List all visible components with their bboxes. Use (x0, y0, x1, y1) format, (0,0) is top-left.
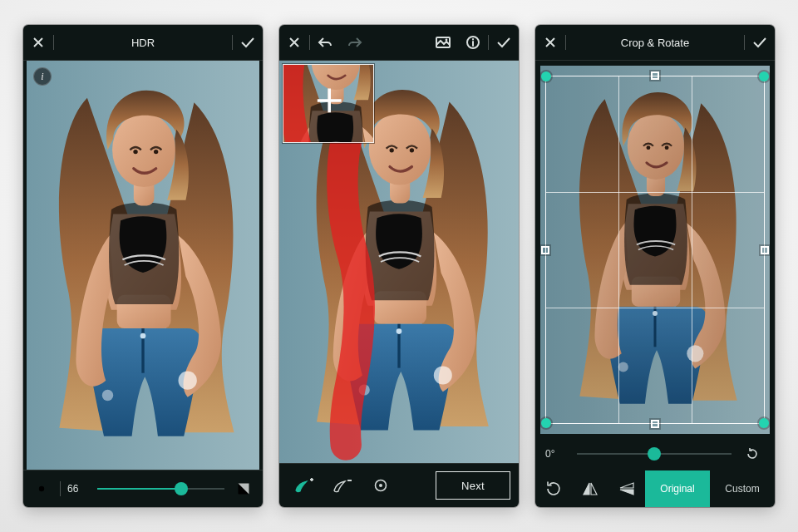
reset-angle-button[interactable] (740, 441, 765, 466)
crop-handle-br[interactable] (759, 418, 769, 428)
crop-handle-tl[interactable] (541, 71, 551, 81)
brightness-value: 66 (67, 483, 91, 495)
tool-row: Next (279, 464, 519, 507)
flip-horizontal-button[interactable] (572, 470, 608, 507)
tab-label: Original (660, 483, 694, 495)
crop-handle-bottom[interactable] (651, 420, 659, 428)
crosshair-icon (322, 86, 335, 121)
crop-handle-bl[interactable] (541, 418, 551, 428)
undo-button[interactable] (310, 25, 340, 60)
apply-button[interactable] (745, 25, 775, 60)
redo-button[interactable] (340, 25, 370, 60)
info-icon[interactable] (458, 25, 488, 60)
tab-label: Custom (725, 483, 759, 495)
invert-icon[interactable] (231, 471, 256, 506)
image-canvas[interactable] (540, 66, 770, 434)
topbar: HDR (23, 25, 263, 60)
flip-vertical-button[interactable] (608, 470, 645, 507)
apply-button[interactable] (233, 25, 263, 60)
crop-handle-left[interactable] (541, 246, 549, 254)
brightness-icon (30, 471, 53, 506)
angle-slider[interactable] (577, 446, 732, 462)
divider (60, 481, 61, 496)
svg-point-12 (446, 39, 448, 42)
svg-point-9 (39, 486, 44, 491)
crop-tab-row: Original Custom (535, 470, 775, 507)
crop-handle-right[interactable] (761, 246, 769, 254)
phone-crop: Crop & Rotate 0° (535, 25, 775, 507)
brush-add-tool[interactable] (288, 470, 321, 500)
angle-value: 0° (545, 448, 569, 460)
aspect-custom-tab[interactable]: Custom (710, 470, 775, 507)
brush-size-tool[interactable] (364, 470, 397, 500)
topbar: Crop & Rotate (535, 25, 775, 60)
close-button[interactable] (535, 25, 565, 60)
close-button[interactable] (279, 25, 309, 60)
next-label: Next (461, 480, 485, 492)
phone-heal: Next (279, 25, 519, 507)
apply-button[interactable] (489, 25, 519, 60)
angle-row: 0° (535, 437, 775, 470)
brightness-slider[interactable] (97, 480, 224, 497)
compare-image-icon[interactable] (428, 25, 458, 60)
screen-title: Crop & Rotate (566, 37, 744, 49)
phone-hdr: HDR i 66 (23, 25, 263, 507)
rotate-button[interactable] (535, 470, 572, 507)
brush-remove-tool[interactable] (326, 470, 359, 500)
crop-frame[interactable] (545, 76, 765, 424)
zoom-preview (283, 64, 374, 143)
info-icon[interactable]: i (33, 67, 52, 86)
aspect-original-tab[interactable]: Original (645, 470, 710, 507)
screen-title: HDR (54, 37, 232, 49)
edited-photo (27, 61, 259, 470)
brightness-row: 66 (23, 470, 263, 507)
crop-handle-tr[interactable] (759, 71, 769, 81)
svg-point-15 (379, 484, 382, 487)
next-button[interactable]: Next (436, 471, 510, 500)
image-canvas[interactable]: i (27, 61, 259, 470)
close-button[interactable] (23, 25, 53, 60)
crop-handle-top[interactable] (651, 71, 659, 80)
separator (535, 60, 775, 61)
topbar (279, 25, 519, 60)
image-canvas[interactable] (279, 61, 519, 463)
